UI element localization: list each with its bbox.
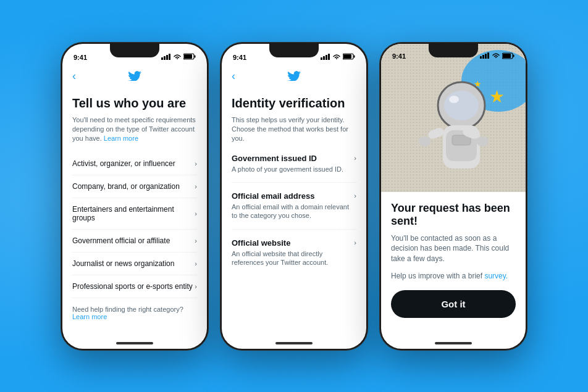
phone-frame-2: 9:41 (220, 42, 368, 351)
nav-bar-2: ‹ (222, 65, 366, 88)
request-title: Your request has been sent! (391, 202, 516, 228)
screen-body-2: Identity verification This step helps us… (222, 88, 366, 349)
svg-rect-20 (503, 54, 511, 58)
svg-point-28 (444, 91, 479, 120)
survey-link[interactable]: survey. (484, 272, 508, 280)
verification-desc-website: An official website that directly refere… (232, 249, 356, 267)
got-it-button[interactable]: Got it (391, 290, 516, 318)
menu-item-text-0: Activist, organizer, or influencer (72, 159, 175, 168)
status-icons-3 (480, 52, 514, 60)
chevron-icon-5: › (195, 283, 197, 290)
chevron-icon-0: › (195, 160, 197, 167)
phone-2: 9:41 (220, 42, 368, 351)
screen-body-1: Tell us who you are You'll need to meet … (62, 88, 207, 349)
status-icons-2 (321, 53, 355, 61)
verification-desc-email: An official email with a domain relevant… (232, 202, 356, 220)
verification-item-gov-id[interactable]: Government issued ID › A photo of your g… (232, 154, 356, 183)
verification-list: Government issued ID › A photo of your g… (232, 154, 356, 275)
phone-3: 9:41 (379, 42, 527, 351)
battery-icon-2 (343, 53, 355, 61)
chevron-icon-3: › (195, 237, 197, 244)
svg-rect-12 (354, 56, 355, 58)
status-icons-1 (161, 53, 196, 61)
signal-icon-1 (161, 54, 171, 61)
svg-rect-15 (482, 55, 484, 59)
phone-1: 9:41 (61, 42, 209, 351)
phone-notch-3 (429, 44, 478, 57)
chevron-icon-gov: › (354, 154, 356, 162)
svg-rect-8 (323, 56, 325, 60)
verification-title-email: Official email address (232, 191, 314, 201)
help-text-1: Need help finding the right category? (72, 306, 183, 313)
wifi-icon-3 (492, 52, 500, 60)
svg-rect-5 (195, 56, 196, 58)
phone-home-3 (435, 342, 472, 344)
menu-list-1: Activist, organizer, or influencer › Com… (72, 152, 197, 298)
learn-more-link-1[interactable]: Learn more (104, 135, 138, 142)
back-button-2[interactable]: ‹ (232, 70, 235, 83)
svg-rect-3 (169, 54, 170, 60)
verification-header-email: Official email address › (232, 191, 356, 201)
svg-text:★: ★ (489, 87, 505, 106)
screen-title-2: Identity verification (232, 96, 356, 111)
request-body: Your request has been sent! You'll be co… (381, 192, 526, 349)
svg-rect-19 (513, 54, 514, 57)
svg-rect-16 (485, 54, 487, 59)
signal-icon-3 (480, 52, 490, 60)
battery-icon-3 (502, 52, 514, 60)
battery-icon-1 (183, 53, 196, 61)
svg-rect-14 (480, 56, 482, 59)
phone-frame-1: 9:41 (61, 42, 209, 351)
chevron-icon-email: › (354, 192, 356, 199)
survey-section: Help us improve with a brief survey. (391, 272, 516, 280)
svg-rect-6 (184, 54, 192, 59)
wifi-icon-2 (332, 54, 341, 61)
svg-rect-7 (321, 57, 322, 60)
verification-title-gov: Government issued ID (232, 154, 317, 163)
astronaut-illustration: ★ ★ (381, 44, 526, 192)
menu-item-text-3: Government official or affiliate (72, 236, 170, 245)
twitter-logo-2 (287, 70, 301, 83)
phone-notch-2 (269, 44, 319, 57)
verification-desc-gov: A photo of your goverment issued ID. (232, 165, 356, 173)
svg-rect-9 (326, 55, 327, 60)
menu-item-company[interactable]: Company, brand, or organization › (72, 175, 197, 198)
chevron-icon-4: › (195, 260, 197, 267)
chevron-icon-website: › (354, 239, 356, 246)
wifi-icon-1 (173, 54, 182, 61)
nav-bar-1: ‹ (62, 65, 207, 88)
menu-item-sports[interactable]: Professional sports or e-sports entity › (72, 275, 197, 298)
screen-subtitle-1: You'll need to meet specific requirement… (72, 115, 197, 144)
back-button-1[interactable]: ‹ (72, 70, 76, 83)
status-time-3: 9:41 (392, 52, 406, 60)
svg-point-35 (418, 136, 430, 146)
svg-rect-13 (343, 54, 351, 59)
help-link-1[interactable]: Learn more (72, 313, 107, 320)
verification-header-gov: Government issued ID › (232, 154, 356, 163)
menu-item-government[interactable]: Government official or affiliate › (72, 230, 197, 252)
chevron-icon-1: › (195, 183, 197, 190)
survey-text: Help us improve with a brief (391, 272, 482, 280)
signal-icon-2 (321, 54, 330, 61)
chevron-icon-2: › (195, 210, 197, 217)
menu-item-entertainers[interactable]: Entertainers and entertainment groups › (72, 198, 197, 230)
svg-rect-1 (164, 56, 166, 60)
phone-home-2 (275, 342, 313, 344)
svg-rect-0 (161, 57, 163, 60)
menu-item-text-2: Entertainers and entertainment groups (72, 205, 195, 222)
svg-rect-17 (487, 52, 489, 59)
screen-subtitle-2: This step helps us verify your identity.… (232, 115, 356, 144)
verification-title-website: Official website (232, 238, 290, 248)
status-time-2: 9:41 (233, 54, 246, 61)
menu-item-journalist[interactable]: Journalist or news organization › (72, 252, 197, 275)
menu-item-text-5: Professional sports or e-sports entity (72, 282, 193, 291)
astronaut-image: 9:41 (381, 44, 526, 192)
verification-item-email[interactable]: Official email address › An official ema… (232, 191, 356, 230)
help-section-1: Need help finding the right category? Le… (72, 306, 197, 320)
phone-notch-1 (110, 44, 159, 57)
phone-home-1 (116, 342, 153, 344)
verification-header-website: Official website › (232, 238, 356, 248)
menu-item-activist[interactable]: Activist, organizer, or influencer › (72, 152, 197, 175)
menu-item-text-4: Journalist or news organization (72, 259, 174, 268)
verification-item-website[interactable]: Official website › An official website t… (232, 238, 356, 276)
